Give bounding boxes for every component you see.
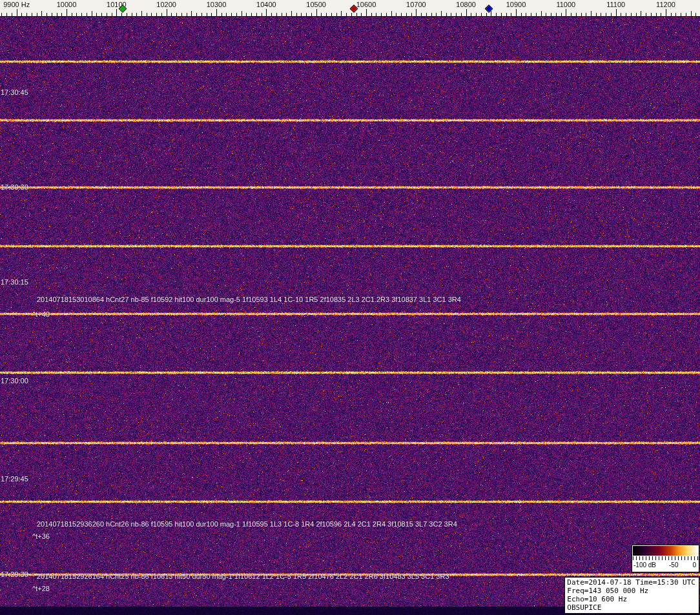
event-annotation-text: 20140718152926164 hCnt25 nb-86 f10613 hi… <box>37 572 449 580</box>
legend-tick-marks <box>633 556 698 560</box>
ruler-frequency-label: 10500 <box>306 1 326 8</box>
ruler-frequency-label: 11100 <box>606 1 625 8</box>
time-axis-label: 17:30:15 <box>1 278 28 286</box>
legend-max-label: 0 <box>692 561 696 569</box>
legend-min-label: -100 dB <box>633 561 656 569</box>
time-axis-label: 17:29:45 <box>1 475 28 483</box>
ruler-frequency-label: 11000 <box>556 1 575 8</box>
ruler-frequency-label: 10400 <box>256 1 276 8</box>
event-annotation-text: ^t+28 <box>32 585 50 592</box>
ruler-frequency-label: 9900 Hz <box>3 1 30 8</box>
legend-mid-label: -50 <box>669 561 678 569</box>
ruler-frequency-label: 10600 <box>356 1 376 8</box>
time-axis-label: 17:30:30 <box>1 183 28 191</box>
ruler-frequency-label: 10200 <box>156 1 176 8</box>
time-axis-label: 17:29:30 <box>1 570 28 578</box>
ruler-frequency-label: 10000 <box>57 1 77 8</box>
ruler-frequency-label: 10900 <box>506 1 526 8</box>
event-annotation-text: 20140718153010864 hCnt27 nb-85 f10592 hi… <box>37 296 461 303</box>
frequency-ruler[interactable]: 9900 Hz100001010010200103001040010500106… <box>0 0 700 17</box>
ruler-frequency-label: 10300 <box>207 1 227 8</box>
ruler-frequency-label: 10800 <box>456 1 476 8</box>
color-scale-legend: -100 dB -50 0 <box>632 545 699 572</box>
station-info-box: Date=2014-07-18 Time=15:30 UTC Freq=143 … <box>564 577 699 614</box>
info-freq-line: Freq=143 050 000 Hz <box>567 587 695 595</box>
legend-labels: -100 dB -50 0 <box>632 561 699 570</box>
info-date-line: Date=2014-07-18 Time=15:30 UTC <box>567 578 695 587</box>
event-annotation-text: ^t+36 <box>32 532 50 540</box>
event-annotation-text: ^t+40 <box>32 310 50 318</box>
ruler-frequency-label: 11200 <box>656 1 675 8</box>
info-station-line: OBSUPICE <box>567 603 695 612</box>
time-axis-label: 17:30:45 <box>1 88 28 96</box>
time-axis-label: 17:30:00 <box>1 377 28 385</box>
event-annotation-text: 20140718152936260 hCnt26 nb-86 f10595 hi… <box>37 520 457 528</box>
info-echo-line: Echo=10 600 Hz <box>567 595 695 603</box>
color-gradient-bar <box>633 546 698 556</box>
spectrum-waterfall-window: 9900 Hz100001010010200103001040010500106… <box>0 0 700 615</box>
ruler-frequency-label: 10700 <box>406 1 426 8</box>
